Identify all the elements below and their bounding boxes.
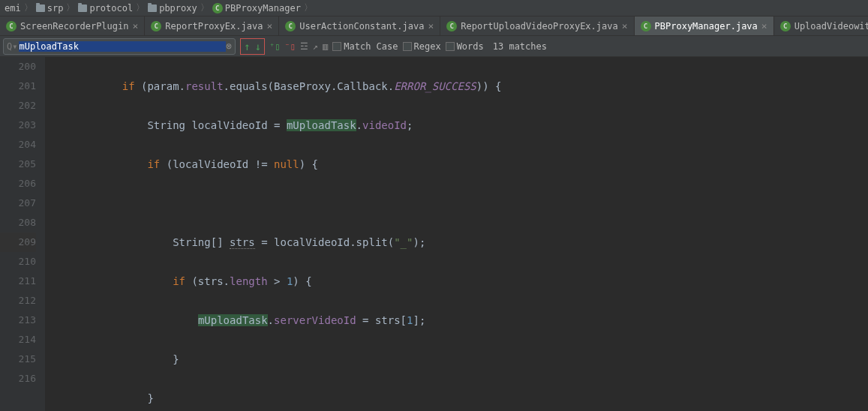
find-bar: Q▾ ⊗ ↑ ↓ ⁺▯ ⁻▯ ☲ ↗ ▥ Match Case Regex Wo… [0,36,868,57]
class-icon: C [780,21,791,32]
next-match-button[interactable]: ↓ [253,40,262,52]
code-area[interactable]: if (param.result.equals(BaseProxy.Callba… [45,57,868,411]
checkbox-icon [403,42,412,51]
find-nav: ↑ ↓ [240,38,265,55]
checkbox-icon [446,42,455,51]
breadcrumb-item[interactable]: srp [36,3,64,14]
match-case-checkbox[interactable]: Match Case [332,41,398,52]
breadcrumb-item[interactable]: CPBProxyManager [212,3,301,14]
match-count: 13 matches [493,41,547,52]
find-input[interactable] [19,41,226,52]
tab-label: ReportUploadVideoProxyEx.java [461,21,618,32]
chevron-right-icon: 〉 [24,2,33,14]
breadcrumb: emi 〉 srp 〉 protocol 〉 pbproxy 〉 CPBProx… [0,0,868,16]
close-icon[interactable]: × [761,20,767,32]
class-icon: C [641,21,651,32]
tab-screenrecorder[interactable]: CScreenRecorderPlugin× [0,16,145,35]
tab-label: UserActionConstant.java [299,21,424,32]
search-match: mUploadTask [198,314,268,326]
regex-checkbox[interactable]: Regex [403,41,441,52]
editor-tabs: CScreenRecorderPlugin× CReportProxyEx.ja… [0,16,868,36]
clear-icon[interactable]: ⊗ [226,40,232,52]
tab-label: UploadVideowithShareDialog [794,21,868,32]
folder-icon [36,4,45,12]
tab-uploadvideo[interactable]: CUploadVideowithShareDialog [774,16,868,35]
class-icon: C [6,21,17,32]
gutter: 2002012022032042052062072082092102112122… [0,57,45,411]
tab-reportupload[interactable]: CReportUploadVideoProxyEx.java× [440,16,634,35]
class-icon: C [151,21,161,32]
tab-reportproxy[interactable]: CReportProxyEx.java× [145,16,279,35]
breadcrumb-item[interactable]: protocol [78,3,133,14]
close-icon[interactable]: × [266,20,272,32]
chevron-right-icon: 〉 [200,2,209,14]
folder-icon [148,4,157,12]
chevron-right-icon: 〉 [304,2,313,14]
close-icon[interactable]: × [133,20,139,32]
search-icon: Q▾ [7,41,17,52]
class-icon: C [446,21,457,32]
tab-useraction[interactable]: CUserActionConstant.java× [279,16,440,35]
class-icon: C [212,3,223,14]
search-match: mUploadTask [287,119,356,131]
tab-label: PBProxyManager.java [655,21,758,32]
prev-match-button[interactable]: ↑ [242,40,251,52]
chevron-right-icon: 〉 [66,2,75,14]
chevron-right-icon: 〉 [136,2,145,14]
export-icon[interactable]: ↗ [313,41,318,52]
tab-pbproxymanager[interactable]: CPBProxyManager.java× [635,16,774,35]
remove-selection-icon[interactable]: ⁻▯ [284,41,295,52]
tab-label: ScreenRecorderPlugin [20,21,129,32]
breadcrumb-item[interactable]: pbproxy [148,3,197,14]
find-input-wrapper: Q▾ ⊗ [3,38,236,55]
filter-icon[interactable]: ▥ [323,41,328,52]
checkbox-icon [332,42,341,51]
select-all-icon[interactable]: ☲ [300,41,308,52]
folder-icon [78,4,87,12]
close-icon[interactable]: × [622,20,628,32]
tab-label: ReportProxyEx.java [165,21,263,32]
class-icon: C [285,21,296,32]
breadcrumb-item[interactable]: emi [5,3,21,14]
words-checkbox[interactable]: Words [446,41,484,52]
add-selection-icon[interactable]: ⁺▯ [269,41,280,52]
editor: 2002012022032042052062072082092102112122… [0,57,868,411]
find-options: ⁺▯ ⁻▯ ☲ ↗ ▥ [269,41,328,52]
close-icon[interactable]: × [428,20,434,32]
